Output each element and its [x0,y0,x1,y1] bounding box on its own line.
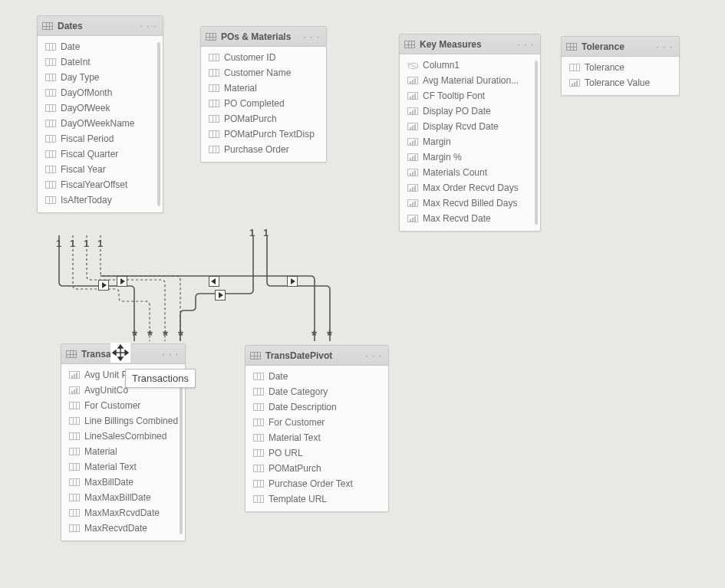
field-row[interactable]: Template URL [247,491,387,507]
field-row[interactable]: DateInt [39,54,161,70]
more-icon[interactable]: · · · [302,31,321,42]
column-icon [45,89,56,97]
scrollbar[interactable] [535,61,538,225]
field-label: Max Order Recvd Days [423,182,519,193]
field-label: DateInt [61,57,91,67]
field-row[interactable]: Material [203,80,325,96]
rel-direction-icon [287,276,298,287]
field-row[interactable]: For Customer [63,398,183,413]
column-icon [45,196,56,204]
table-header[interactable]: Tolerance · · · [562,37,679,57]
field-row[interactable]: Date [247,369,387,384]
field-row[interactable]: Margin % [401,149,539,165]
field-row[interactable]: PO Completed [203,96,325,111]
field-row[interactable]: Material Text [63,459,183,475]
scrollbar[interactable] [157,42,160,206]
field-row[interactable]: For Customer [247,415,387,430]
table-tolerance[interactable]: Tolerance · · · ToleranceTolerance Value [561,36,680,96]
field-row[interactable]: Tolerance [563,60,677,75]
model-canvas[interactable]: 1 1 1 1 1 1 * * * * * * Dates · · · Date… [0,0,725,588]
field-label: IsAfterToday [61,195,112,205]
more-icon[interactable]: · · · [160,349,180,360]
field-row[interactable]: Fiscal Year [39,162,161,177]
more-icon[interactable]: · · · [364,350,384,361]
field-row[interactable]: Material Text [247,430,387,445]
field-label: Purchase Order [224,144,289,155]
table-icon [250,352,261,360]
column-icon [569,64,580,71]
cardinality-one: 1 [70,238,75,249]
table-key-measures[interactable]: Key Measures · · · Column1Avg Material D… [399,34,541,232]
field-row[interactable]: POMatPurch [203,111,325,126]
measure-icon [407,215,418,222]
field-row[interactable]: Avg Material Duration... [401,73,539,88]
table-header[interactable]: Dates · · · [38,16,163,36]
field-row[interactable]: Margin [401,134,539,149]
more-icon[interactable]: · · · [654,41,674,52]
field-row[interactable]: Materials Count [401,165,539,180]
field-row[interactable]: Fiscal Period [39,131,161,146]
field-label: DayOfMonth [61,87,112,98]
measure-icon [407,169,418,176]
column-icon [209,69,219,77]
column-icon [253,373,264,380]
more-icon[interactable]: · · · [138,21,158,31]
field-row[interactable]: MaxMaxBillDate [63,490,183,505]
field-row[interactable]: IsAfterToday [39,192,161,208]
field-row[interactable]: Material [63,444,183,459]
field-row[interactable]: LineSalesCombined [63,429,183,444]
table-header[interactable]: TransDatePivot · · · [246,346,388,366]
table-transdatepivot[interactable]: TransDatePivot · · · DateDate CategoryDa… [245,345,389,512]
table-pos-materials[interactable]: POs & Materials · · · Customer IDCustome… [200,26,327,163]
field-row[interactable]: POMatPurch [247,461,387,476]
field-label: Display Rcvd Date [423,121,499,132]
field-row[interactable]: Max Recvd Billed Days [401,195,539,211]
field-row[interactable]: Max Recvd Date [401,211,539,226]
field-row[interactable]: Day Type [39,70,161,85]
field-row[interactable]: Line Billings Combined [63,413,183,429]
field-row[interactable]: Max Order Recvd Days [401,180,539,195]
field-label: Max Recvd Billed Days [423,198,517,209]
field-row[interactable]: Date Description [247,399,387,415]
field-row[interactable]: Customer Name [203,65,325,80]
field-label: Material [224,83,257,94]
field-label: Fiscal Year [61,164,106,175]
column-icon [45,150,56,158]
field-row[interactable]: Tolerance Value [563,75,677,90]
table-header[interactable]: Key Measures · · · [400,34,540,54]
measure-icon [69,371,80,379]
field-row[interactable]: POMatPurch TextDisp [203,126,325,142]
table-icon [566,43,577,51]
field-row[interactable]: DayOfMonth [39,85,161,100]
more-icon[interactable]: · · · [516,39,536,50]
table-dates[interactable]: Dates · · · DateDateIntDay TypeDayOfMont… [37,15,163,213]
field-row[interactable]: MaxBillDate [63,475,183,490]
field-row[interactable]: Date Category [247,384,387,399]
field-row[interactable]: Display PO Date [401,103,539,119]
field-list: DateDate CategoryDate DescriptionFor Cus… [246,366,388,511]
field-row[interactable]: Column1 [401,57,539,73]
field-row[interactable]: MaxRecvdDate [63,521,183,536]
field-row[interactable]: DayOfWeek [39,100,161,116]
measure-icon [407,184,418,192]
field-label: Line Billings Combined [84,416,178,426]
field-row[interactable]: Date [39,39,161,54]
rel-direction-icon [98,280,109,291]
column-icon [209,84,219,92]
field-label: MaxMaxBillDate [84,492,151,503]
field-row[interactable]: Purchase Order Text [247,476,387,491]
field-row[interactable]: MaxMaxRcvdDate [63,505,183,521]
field-list: DateDateIntDay TypeDayOfMonthDayOfWeekDa… [38,36,163,212]
field-row[interactable]: PO URL [247,445,387,461]
field-row[interactable]: FiscalYearOffset [39,177,161,192]
field-row[interactable]: CF Tooltip Font [401,88,539,103]
field-label: MaxMaxRcvdDate [84,508,160,518]
field-row[interactable]: Display Rcvd Date [401,119,539,134]
field-row[interactable]: Purchase Order [203,142,325,157]
table-header[interactable]: POs & Materials · · · [201,27,326,47]
scrollbar[interactable] [180,370,183,534]
field-row[interactable]: DayOfWeekName [39,116,161,131]
field-row[interactable]: Fiscal Quarter [39,146,161,162]
table-header[interactable]: Transa · · · [61,344,185,364]
field-row[interactable]: Customer ID [203,50,325,65]
